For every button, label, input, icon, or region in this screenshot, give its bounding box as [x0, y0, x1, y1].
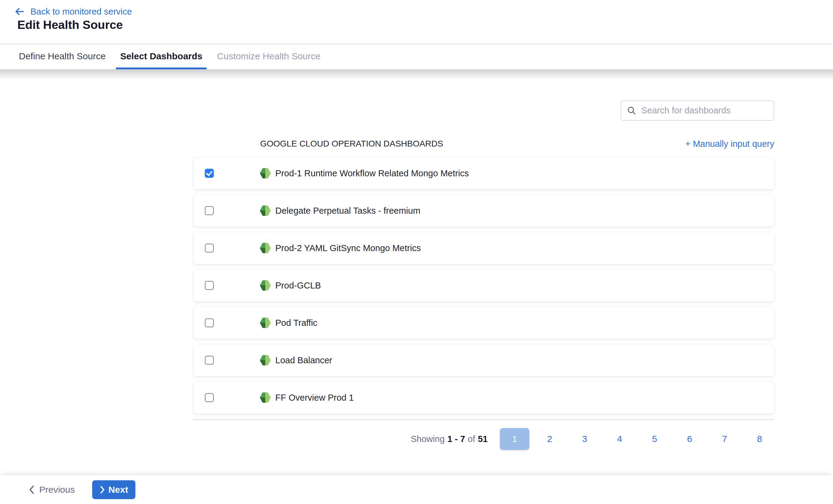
tabbar-shadow [0, 69, 833, 80]
dashboard-label-group: Prod-GCLB [260, 279, 321, 292]
previous-button[interactable]: Previous [28, 484, 75, 495]
manually-input-query-link[interactable]: + Manually input query [685, 139, 774, 149]
dashboard-label-group: Pod Traffic [260, 317, 317, 329]
dashboard-checkbox[interactable] [205, 169, 214, 178]
showing-of: of [468, 434, 475, 444]
dashboard-label-group: Delegate Perpetual Tasks - freemium [260, 204, 421, 217]
dashboard-row[interactable]: Prod-GCLB [193, 269, 774, 302]
dashboard-list: Prod-1 Runtime Workflow Related Mongo Me… [193, 157, 774, 419]
green-hexagon-icon [260, 317, 271, 329]
green-hexagon-icon [260, 204, 271, 217]
dashboard-row[interactable]: FF Overview Prod 1 [193, 381, 774, 414]
arrow-left-icon [14, 6, 25, 17]
dashboard-checkbox[interactable] [205, 244, 214, 253]
page-number-button-6[interactable]: 6 [675, 428, 704, 450]
dashboard-row-label: Load Balancer [275, 355, 332, 366]
page-number-button-4[interactable]: 4 [605, 428, 634, 450]
wizard-tabbar: Define Health Source Select Dashboards C… [0, 45, 833, 69]
pagination: Showing 1 - 7 of 51 1 2 3 4 5 6 7 8 [411, 428, 774, 450]
dashboard-row-label: Delegate Perpetual Tasks - freemium [275, 206, 421, 216]
page-header: Back to monitored service Edit Health So… [0, 0, 833, 44]
page-number-button-7[interactable]: 7 [710, 428, 739, 450]
dashboard-label-group: FF Overview Prod 1 [260, 391, 354, 404]
green-hexagon-icon [260, 354, 271, 367]
previous-label: Previous [39, 484, 75, 495]
green-hexagon-icon [260, 391, 271, 404]
tab-customize-health-source[interactable]: Customize Health Source [213, 45, 325, 69]
dashboard-search-box [621, 100, 774, 121]
dashboard-row-label: Prod-1 Runtime Workflow Related Mongo Me… [275, 169, 469, 178]
dashboard-row-label: Prod-2 YAML GitSync Mongo Metrics [275, 243, 421, 253]
green-hexagon-icon [260, 279, 271, 292]
page-number-button-1[interactable]: 1 [500, 428, 529, 450]
dashboard-row[interactable]: Load Balancer [193, 344, 774, 376]
next-button[interactable]: Next [92, 480, 135, 499]
dashboard-label-group: Prod-1 Runtime Workflow Related Mongo Me… [260, 167, 469, 180]
page-number-button-5[interactable]: 5 [640, 428, 669, 450]
dashboard-checkbox[interactable] [205, 393, 214, 402]
green-hexagon-icon [260, 167, 271, 180]
next-label: Next [108, 484, 128, 495]
dashboard-row[interactable]: Prod-2 YAML GitSync Mongo Metrics [193, 232, 774, 264]
list-bottom-divider [193, 419, 774, 420]
search-input[interactable] [641, 105, 768, 116]
page-number-button-3[interactable]: 3 [570, 428, 599, 450]
dashboard-row[interactable]: Delegate Perpetual Tasks - freemium [193, 195, 774, 227]
dashboard-label-group: Prod-2 YAML GitSync Mongo Metrics [260, 242, 421, 254]
dashboard-checkbox[interactable] [205, 281, 214, 290]
showing-range: 1 - 7 [448, 434, 465, 444]
dashboard-checkbox[interactable] [205, 318, 214, 327]
dashboard-row-label: Pod Traffic [275, 318, 317, 328]
dashboard-row-label: Prod-GCLB [275, 281, 321, 291]
chevron-right-icon [99, 486, 105, 494]
showing-total: 51 [478, 434, 488, 444]
tab-define-health-source[interactable]: Define Health Source [15, 45, 110, 69]
back-to-monitored-service-link[interactable]: Back to monitored service [14, 6, 132, 17]
green-hexagon-icon [260, 242, 271, 254]
wizard-footer: Previous Next [0, 475, 833, 504]
page-number-button-8[interactable]: 8 [745, 428, 774, 450]
page-number-button-2[interactable]: 2 [535, 428, 564, 450]
dashboard-row-label: FF Overview Prod 1 [275, 393, 354, 403]
list-section-header-row: GOOGLE CLOUD OPERATION DASHBOARDS + Manu… [193, 137, 774, 150]
chevron-left-icon [28, 485, 35, 494]
pagination-summary: Showing 1 - 7 of 51 [411, 434, 488, 444]
dashboard-checkbox[interactable] [205, 206, 214, 215]
dashboard-row[interactable]: Pod Traffic [193, 307, 774, 339]
showing-prefix: Showing [411, 434, 445, 444]
dashboard-label-group: Load Balancer [260, 354, 332, 367]
section-title: GOOGLE CLOUD OPERATION DASHBOARDS [260, 139, 443, 149]
dashboard-checkbox[interactable] [205, 356, 214, 365]
tab-select-dashboards[interactable]: Select Dashboards [116, 45, 207, 69]
back-link-label: Back to monitored service [30, 7, 132, 17]
magnifier-icon [627, 106, 637, 116]
page-title: Edit Health Source [17, 18, 123, 32]
dashboard-row[interactable]: Prod-1 Runtime Workflow Related Mongo Me… [193, 157, 774, 190]
